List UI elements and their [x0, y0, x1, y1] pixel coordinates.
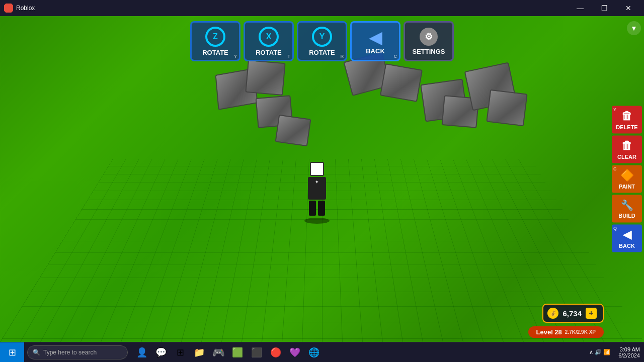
- rotate-y-icon: [312, 27, 332, 47]
- currency-amount: 6,734: [562, 309, 582, 318]
- clear-label: CLEAR: [617, 154, 636, 160]
- taskbar-tray: ∧ 🔊 📶: [585, 349, 614, 355]
- maximize-button[interactable]: ❐: [593, 0, 616, 16]
- rotate-x-key: T: [288, 54, 291, 59]
- back-label: BACK: [366, 47, 385, 55]
- window-title: Roblox: [16, 5, 569, 12]
- taskbar-app-folder[interactable]: 📁: [190, 343, 208, 361]
- paint-label: PAINT: [619, 184, 635, 190]
- right-back-icon: ◀: [623, 228, 631, 241]
- currency-bar: 💰 6,734 +: [542, 304, 604, 323]
- build-icon: 🔧: [621, 199, 633, 211]
- char-leg-right: [318, 201, 325, 216]
- delete-icon: 🗑: [621, 110, 632, 123]
- taskbar-app-xbox[interactable]: 🎮: [209, 343, 227, 361]
- rotate-z-label: ROTATE: [202, 49, 228, 56]
- clock-time: 3:09 AM: [620, 346, 640, 352]
- clear-icon: 🗑: [621, 139, 632, 152]
- taskbar-app-discord[interactable]: 💜: [286, 343, 304, 361]
- paint-key: C: [613, 166, 617, 171]
- right-toolbar: Y 🗑 DELETE 🗑 CLEAR C 🔶 PAINT 🔧 BUILD Q ◀…: [610, 102, 644, 256]
- delete-button[interactable]: Y 🗑 DELETE: [612, 106, 642, 134]
- back-key: C: [394, 54, 397, 59]
- back-button[interactable]: BACK C: [350, 21, 400, 61]
- rotate-z-button[interactable]: ROTATE Y: [190, 21, 240, 61]
- taskbar-app-roblox2[interactable]: ⬛: [248, 343, 266, 361]
- right-back-button[interactable]: Q ◀ BACK: [612, 225, 642, 252]
- build-button[interactable]: 🔧 BUILD: [612, 195, 642, 223]
- stone-block: [275, 115, 311, 147]
- settings-label: SETTINGS: [412, 48, 445, 55]
- add-currency-button[interactable]: +: [586, 308, 597, 319]
- window-controls: — ❐ ✕: [569, 0, 640, 16]
- rotate-y-key: R: [341, 54, 344, 59]
- settings-button[interactable]: ⚙ SETTINGS: [404, 21, 454, 61]
- coin-icon: 💰: [547, 308, 558, 319]
- game-area: ROTATE Y ROTATE T ROTATE R BACK C ⚙ SETT…: [0, 16, 644, 342]
- roblox-icon: [4, 4, 13, 13]
- search-icon: 🔍: [33, 349, 40, 356]
- right-back-key: Q: [613, 226, 617, 231]
- stone-block: [380, 63, 423, 102]
- collapse-arrow[interactable]: ▼: [627, 21, 641, 35]
- char-leg-left: [309, 201, 316, 216]
- char-shadow: [304, 218, 330, 224]
- rotate-x-icon: [259, 27, 279, 47]
- clear-button[interactable]: 🗑 CLEAR: [612, 136, 642, 163]
- clock-date: 6/2/2024: [618, 352, 640, 358]
- top-toolbar: ROTATE Y ROTATE T ROTATE R BACK C ⚙ SETT…: [190, 21, 454, 61]
- back-arrow-icon: [365, 28, 385, 45]
- rotate-y-label: ROTATE: [309, 49, 335, 56]
- settings-icon: ⚙: [420, 28, 438, 46]
- rotate-z-icon: [205, 27, 225, 47]
- taskbar-app-grid[interactable]: ⊞: [171, 343, 189, 361]
- taskbar-clock: 3:09 AM 6/2/2024: [614, 346, 644, 358]
- char-body: ✦: [308, 177, 326, 200]
- level-xp: 2.7K/2.9K XP: [565, 329, 596, 335]
- taskbar-apps: 👤 💬 ⊞ 📁 🎮 🟩 ⬛ 🔴 💜 🌐: [131, 343, 585, 361]
- level-label: Level 28: [536, 328, 562, 336]
- delete-label: DELETE: [616, 124, 637, 130]
- delete-key: Y: [613, 107, 616, 112]
- windows-icon: ⊞: [9, 347, 16, 358]
- taskbar-app-minecraft[interactable]: 🟩: [228, 343, 247, 361]
- taskbar-app-chat[interactable]: 💬: [152, 343, 170, 361]
- char-head: [310, 162, 324, 176]
- tray-icons: ∧ 🔊 📶: [589, 349, 610, 355]
- char-legs: [297, 201, 337, 216]
- rotate-y-button[interactable]: ROTATE R: [297, 21, 347, 61]
- paint-icon: 🔶: [620, 169, 634, 182]
- stone-block: [245, 60, 285, 96]
- right-back-label: BACK: [619, 243, 635, 249]
- minimize-button[interactable]: —: [569, 0, 592, 16]
- taskbar: ⊞ 🔍 Type here to search 👤 💬 ⊞ 📁 🎮 🟩 ⬛ 🔴 …: [0, 342, 644, 362]
- stone-block: [486, 89, 527, 127]
- close-button[interactable]: ✕: [617, 0, 640, 16]
- player-character: ✦: [297, 162, 337, 222]
- search-placeholder: Type here to search: [43, 349, 97, 356]
- taskbar-app-browser[interactable]: 🌐: [305, 343, 323, 361]
- build-label: BUILD: [618, 213, 635, 219]
- start-button[interactable]: ⊞: [0, 342, 24, 363]
- rotate-x-label: ROTATE: [256, 49, 282, 56]
- rotate-x-button[interactable]: ROTATE T: [244, 21, 294, 61]
- title-bar: Roblox — ❐ ✕: [0, 0, 644, 16]
- taskbar-search-box[interactable]: 🔍 Type here to search: [27, 345, 128, 359]
- taskbar-app-chrome[interactable]: 🔴: [267, 343, 285, 361]
- level-bar: Level 28 2.7K/2.9K XP: [528, 326, 604, 338]
- taskbar-app-person[interactable]: 👤: [133, 343, 151, 361]
- rotate-z-key: Y: [234, 54, 237, 59]
- paint-button[interactable]: C 🔶 PAINT: [612, 165, 642, 193]
